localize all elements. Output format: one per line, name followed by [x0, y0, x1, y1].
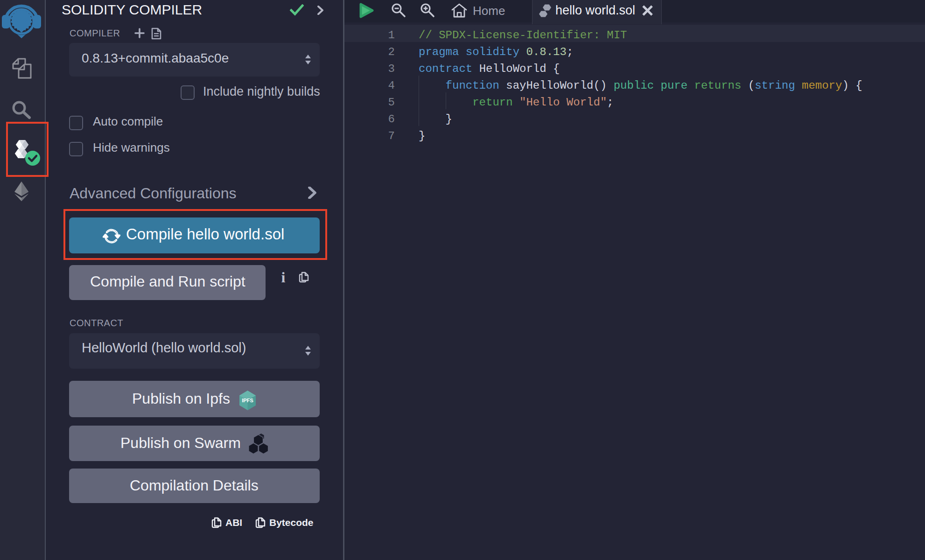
svg-text:IPFS: IPFS: [242, 398, 253, 403]
